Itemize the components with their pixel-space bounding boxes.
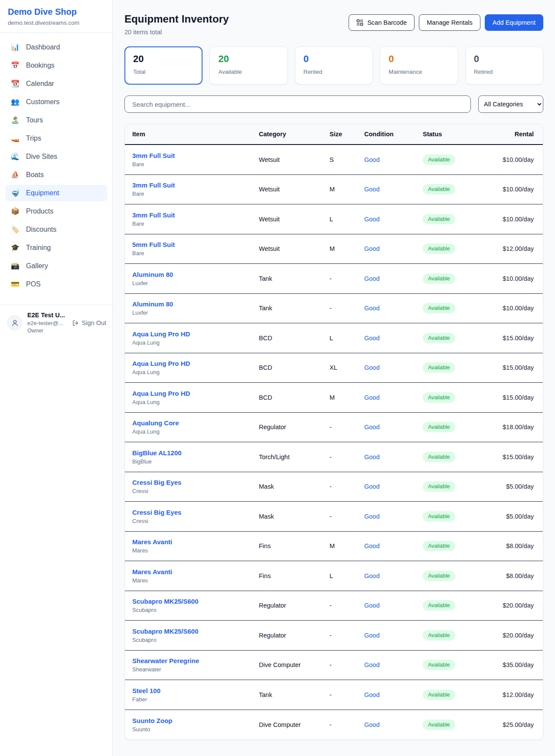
scan-barcode-label: Scan Barcode <box>367 19 407 26</box>
add-equipment-button[interactable]: Add Equipment <box>485 14 543 31</box>
size-cell: - <box>330 513 364 520</box>
condition-link[interactable]: Good <box>364 572 379 579</box>
condition-link[interactable]: Good <box>364 394 379 401</box>
sidebar-item-equipment[interactable]: 🤿Equipment <box>5 185 107 201</box>
category-filter-select[interactable]: All Categories <box>478 95 543 113</box>
condition-link[interactable]: Good <box>364 186 379 193</box>
calendar-icon: 📆 <box>10 80 20 87</box>
size-cell: L <box>330 335 364 342</box>
item-name-link[interactable]: Cressi Big Eyes <box>132 509 259 516</box>
item-name-link[interactable]: Aqualung Core <box>132 419 259 427</box>
stat-card-rented[interactable]: 0Rented <box>295 46 373 85</box>
size-cell: M <box>330 186 364 193</box>
item-cell: Aluminum 80Luxfer <box>132 300 259 316</box>
rental-cell: $8.00/day <box>483 572 534 579</box>
item-name-link[interactable]: 3mm Full Suit <box>132 152 259 159</box>
status-badge: Available <box>423 154 455 165</box>
size-cell: S <box>330 156 364 163</box>
sidebar-item-dashboard[interactable]: 📊Dashboard <box>5 39 107 56</box>
item-cell: Mares AvantiMares <box>132 568 259 584</box>
sidebar-item-label: Customers <box>26 98 59 106</box>
category-cell: BCD <box>259 364 330 371</box>
status-badge: Available <box>423 571 455 581</box>
dive-mask-icon: 🤿 <box>10 190 20 197</box>
sidebar-item-training[interactable]: 🎓Training <box>5 240 107 256</box>
table-row: Mares AvantiMaresFinsMGoodAvailable$8.00… <box>125 532 543 562</box>
condition-link[interactable]: Good <box>364 721 379 728</box>
stat-card-available[interactable]: 20Available <box>209 46 287 85</box>
sidebar-item-gallery[interactable]: 📸Gallery <box>5 258 107 274</box>
package-icon: 📦 <box>10 208 20 215</box>
item-name-link[interactable]: Mares Avanti <box>132 568 259 575</box>
item-name-link[interactable]: Steel 100 <box>132 687 259 694</box>
sidebar-item-calendar[interactable]: 📆Calendar <box>5 76 107 92</box>
condition-link[interactable]: Good <box>364 661 379 668</box>
item-name-link[interactable]: Aqua Lung Pro HD <box>132 390 259 397</box>
status-badge: Available <box>423 184 455 194</box>
stat-card-total[interactable]: 20Total <box>124 46 202 85</box>
condition-link[interactable]: Good <box>364 424 379 431</box>
sidebar-item-bookings[interactable]: 📅Bookings <box>5 57 107 74</box>
manage-rentals-button[interactable]: Manage Rentals <box>419 14 480 31</box>
item-name-link[interactable]: 3mm Full Suit <box>132 181 259 189</box>
category-cell: Wetsuit <box>259 216 330 223</box>
condition-link[interactable]: Good <box>364 602 379 609</box>
speedboat-icon: 🚤 <box>10 135 20 142</box>
sidebar-item-customers[interactable]: 👥Customers <box>5 94 107 110</box>
sidebar-item-tours[interactable]: 🏝️Tours <box>5 112 107 128</box>
condition-link[interactable]: Good <box>364 216 379 223</box>
stat-card-retired[interactable]: 0Retired <box>465 46 543 85</box>
item-name-link[interactable]: Aqua Lung Pro HD <box>132 330 259 338</box>
condition-link[interactable]: Good <box>364 335 379 342</box>
item-name-link[interactable]: 5mm Full Suit <box>132 241 259 248</box>
stat-card-maintenance[interactable]: 0Maintenance <box>380 46 458 85</box>
scan-barcode-button[interactable]: Scan Barcode <box>349 14 415 31</box>
sidebar-item-pos[interactable]: 💳POS <box>5 276 107 293</box>
item-name-link[interactable]: Aluminum 80 <box>132 271 259 278</box>
status-cell: Available <box>423 690 483 700</box>
status-badge: Available <box>423 422 455 432</box>
item-name-link[interactable]: Mares Avanti <box>132 538 259 546</box>
equipment-table: ItemCategorySizeConditionStatusRental 3m… <box>124 124 543 740</box>
condition-link[interactable]: Good <box>364 691 379 698</box>
sign-out-button[interactable]: Sign Out <box>72 319 106 327</box>
condition-link[interactable]: Good <box>364 632 379 639</box>
item-name-link[interactable]: Cressi Big Eyes <box>132 479 259 486</box>
sidebar-item-label: Tours <box>26 116 43 124</box>
item-name-link[interactable]: Suunto Zoop <box>132 717 259 724</box>
condition-link[interactable]: Good <box>364 542 379 549</box>
condition-cell: Good <box>364 245 423 252</box>
brand-name[interactable]: Demo Dive Shop <box>8 7 105 17</box>
sidebar-item-products[interactable]: 📦Products <box>5 203 107 220</box>
sidebar-item-trips[interactable]: 🚤Trips <box>5 130 107 147</box>
item-name-link[interactable]: Scubapro MK25/S600 <box>132 598 259 605</box>
item-name-link[interactable]: BigBlue AL1200 <box>132 449 259 457</box>
table-row: Cressi Big EyesCressiMask-GoodAvailable$… <box>125 472 543 502</box>
condition-link[interactable]: Good <box>364 245 379 252</box>
sidebar-item-boats[interactable]: ⛵Boats <box>5 167 107 183</box>
search-input[interactable] <box>124 95 471 113</box>
condition-link[interactable]: Good <box>364 275 379 282</box>
status-cell: Available <box>423 273 483 284</box>
category-cell: Wetsuit <box>259 156 330 163</box>
item-name-link[interactable]: Shearwater Peregrine <box>132 657 259 664</box>
condition-link[interactable]: Good <box>364 156 379 163</box>
condition-link[interactable]: Good <box>364 454 379 460</box>
item-brand: Scubapro <box>132 607 259 613</box>
item-name-link[interactable]: 3mm Full Suit <box>132 211 259 219</box>
stats-row: 20Total20Available0Rented0Maintenance0Re… <box>124 46 543 85</box>
item-brand: Luxfer <box>132 280 259 286</box>
item-brand: Aqua Lung <box>132 399 259 405</box>
sidebar-item-dive-sites[interactable]: 🌊Dive Sites <box>5 148 107 165</box>
avatar <box>7 315 23 331</box>
item-name-link[interactable]: Aqua Lung Pro HD <box>132 360 259 367</box>
item-name-link[interactable]: Scubapro MK25/S600 <box>132 628 259 635</box>
sidebar-item-discounts[interactable]: 🏷️Discounts <box>5 221 107 238</box>
item-brand: Bare <box>132 220 259 227</box>
condition-link[interactable]: Good <box>364 483 379 490</box>
condition-link[interactable]: Good <box>364 513 379 520</box>
category-cell: Dive Computer <box>259 661 330 668</box>
condition-link[interactable]: Good <box>364 305 379 312</box>
condition-link[interactable]: Good <box>364 364 379 371</box>
item-name-link[interactable]: Aluminum 80 <box>132 300 259 308</box>
